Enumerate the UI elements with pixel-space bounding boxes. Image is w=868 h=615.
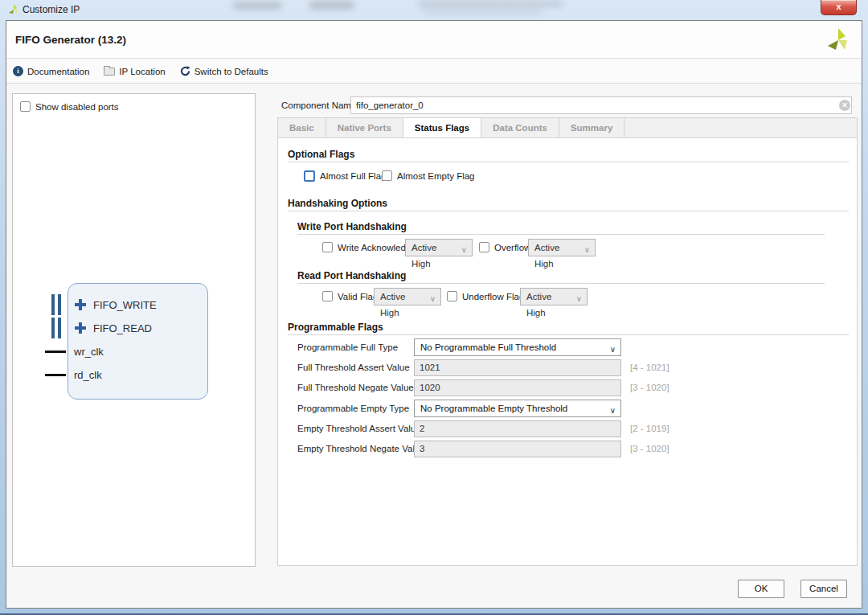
overflow-sense-value: Active High — [534, 243, 559, 269]
tab-basic[interactable]: Basic — [278, 118, 326, 137]
xilinx-logo-icon — [825, 27, 852, 54]
divider — [288, 162, 849, 162]
chevron-down-icon: ∨ — [610, 403, 616, 419]
programmable-flags-heading: Programmable Flags — [288, 322, 383, 333]
port-label-rd-clk: rd_clk — [74, 369, 102, 381]
empty-threshold-negate-label: Empty Threshold Negate Value — [297, 444, 425, 453]
full-threshold-negate-label: Full Threshold Negate Value — [297, 383, 414, 392]
write-acknowledge-checkbox[interactable]: Write Acknowledge — [322, 242, 416, 252]
divider — [288, 211, 849, 211]
valid-flag-sense-value: Active High — [380, 292, 405, 318]
divider — [297, 283, 825, 284]
bus-interface-icon — [51, 318, 62, 338]
write-acknowledge-sense-dropdown: Active High ∨ — [405, 239, 473, 256]
component-name-label: Component Name — [281, 100, 356, 110]
programmable-full-type-value: No Programmable Full Threshold — [420, 342, 556, 352]
chevron-down-icon: ∨ — [584, 242, 590, 258]
customize-ip-window: Customize IP x FIFO Generator (13.2) i D… — [0, 0, 868, 615]
port-label-wr-clk: wr_clk — [74, 346, 104, 358]
show-disabled-ports-checkbox[interactable]: Show disabled ports — [20, 101, 119, 112]
write-acknowledge-sense-value: Active High — [411, 243, 436, 269]
full-threshold-negate-input: 1020 — [414, 379, 621, 396]
almost-empty-flag-checkbox[interactable]: Almost Empty Flag — [382, 170, 475, 181]
optional-flags-heading: Optional Flags — [288, 149, 354, 160]
expand-fifo-write-icon[interactable] — [75, 299, 86, 310]
cancel-button[interactable]: Cancel — [800, 580, 847, 598]
write-port-handshaking-heading: Write Port Handshaking — [297, 221, 407, 232]
port-pin-icon — [45, 351, 66, 353]
empty-threshold-negate-input: 3 — [414, 441, 621, 457]
page-title: FIFO Generator (13.2) — [15, 34, 126, 46]
full-threshold-assert-input: 1021 — [414, 359, 621, 376]
empty-threshold-assert-input: 2 — [414, 420, 621, 437]
valid-flag-sense-dropdown: Active High ∨ — [374, 288, 441, 305]
folder-icon — [104, 68, 115, 76]
checkbox-icon — [322, 242, 333, 252]
almost-empty-flag-label: Almost Empty Flag — [397, 171, 475, 181]
tab-data-counts[interactable]: Data Counts — [481, 118, 559, 137]
port-label-fifo-read: FIFO_READ — [93, 322, 152, 334]
switch-to-defaults-button[interactable]: Switch to Defaults — [180, 66, 268, 76]
dialog-body: FIFO Generator (13.2) i Documentation IP… — [6, 20, 862, 609]
ok-button[interactable]: OK — [738, 580, 784, 598]
overflow-label: Overflow — [494, 243, 530, 252]
bus-interface-icon — [51, 294, 62, 315]
tab-summary[interactable]: Summary — [559, 118, 624, 137]
divider — [288, 334, 849, 335]
programmable-full-type-label: Programmable Full Type — [297, 342, 398, 352]
checkbox-icon — [322, 291, 333, 301]
switch-to-defaults-label: Switch to Defaults — [194, 67, 268, 76]
ip-symbol-panel: Show disabled ports FIFO_WRITE FIFO_READ… — [12, 93, 256, 567]
valid-flag-label: Valid Flag — [338, 292, 378, 301]
write-acknowledge-label: Write Acknowledge — [338, 243, 416, 252]
overflow-sense-dropdown: Active High ∨ — [528, 239, 596, 256]
expand-fifo-read-icon[interactable] — [75, 322, 86, 334]
underflow-flag-checkbox[interactable]: Underflow Flag — [447, 291, 524, 301]
underflow-flag-sense-dropdown: Active High ∨ — [520, 288, 588, 305]
info-icon: i — [13, 66, 23, 76]
underflow-flag-sense-value: Active High — [526, 292, 551, 318]
tab-bar: Basic Native Ports Status Flags Data Cou… — [277, 117, 858, 137]
component-name-input[interactable]: fifo_generator_0 — [350, 96, 852, 114]
almost-full-flag-label: Almost Full Flag — [320, 171, 386, 181]
divider — [297, 234, 825, 235]
programmable-empty-type-value: No Programmable Empty Threshold — [420, 404, 567, 413]
checkbox-icon — [20, 101, 31, 112]
checkbox-icon — [479, 242, 489, 252]
read-port-handshaking-heading: Read Port Handshaking — [297, 270, 406, 281]
empty-threshold-assert-range: [2 - 1019] — [630, 424, 669, 433]
port-label-fifo-write: FIFO_WRITE — [93, 299, 157, 311]
full-threshold-negate-range: [3 - 1020] — [630, 383, 669, 392]
empty-threshold-assert-label: Empty Threshold Assert Value — [297, 424, 421, 433]
documentation-button[interactable]: i Documentation — [13, 66, 89, 76]
checkbox-icon — [304, 170, 315, 182]
valid-flag-checkbox[interactable]: Valid Flag — [322, 291, 378, 301]
dialog-header: FIFO Generator (13.2) — [6, 21, 862, 59]
ip-location-button[interactable]: IP Location — [104, 67, 165, 76]
documentation-label: Documentation — [27, 67, 89, 76]
port-pin-icon — [45, 374, 66, 376]
chevron-down-icon: ∨ — [461, 242, 467, 258]
tab-native-ports[interactable]: Native Ports — [326, 118, 403, 137]
checkbox-icon — [447, 291, 457, 301]
close-button[interactable]: x — [821, 0, 857, 15]
tab-status-flags[interactable]: Status Flags — [403, 118, 481, 137]
window-title: Customize IP — [23, 4, 80, 15]
clear-input-icon[interactable]: ✕ — [839, 100, 850, 111]
programmable-full-type-dropdown[interactable]: No Programmable Full Threshold ∨ — [414, 338, 621, 356]
almost-full-flag-checkbox[interactable]: Almost Full Flag — [304, 170, 386, 182]
xilinx-app-icon — [7, 3, 20, 16]
refresh-icon — [180, 66, 190, 76]
chevron-down-icon: ∨ — [576, 291, 582, 307]
chevron-down-icon: ∨ — [610, 342, 616, 358]
show-disabled-ports-label: Show disabled ports — [35, 102, 119, 112]
handshaking-options-heading: Handshaking Options — [288, 198, 387, 209]
titlebar[interactable]: Customize IP x — [0, 0, 868, 20]
programmable-empty-type-label: Programmable Empty Type — [297, 404, 409, 413]
checkbox-icon — [382, 170, 392, 181]
ip-location-label: IP Location — [119, 67, 165, 76]
overflow-checkbox[interactable]: Overflow — [479, 242, 530, 252]
status-flags-tab-content: Optional Flags Almost Full Flag Almost E… — [277, 137, 858, 566]
programmable-empty-type-dropdown[interactable]: No Programmable Empty Threshold ∨ — [414, 400, 621, 417]
chevron-down-icon: ∨ — [430, 291, 436, 307]
